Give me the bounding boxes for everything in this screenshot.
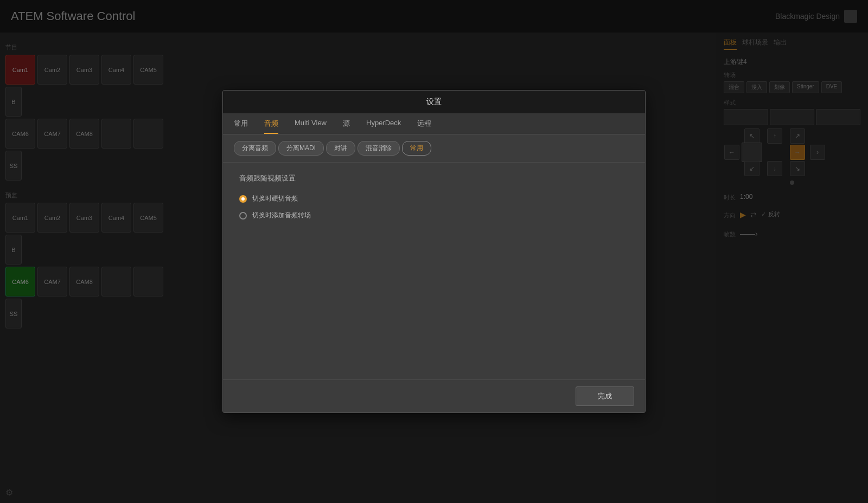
modal-tab-hyperdeck[interactable]: HyperDeck (366, 119, 401, 134)
radio-1-label: 切换时硬切音频 (252, 194, 298, 203)
modal-tabs: 常用 音频 Multi View 源 HyperDeck 远程 (223, 113, 645, 134)
modal-body: 音频跟随视频设置 切换时硬切音频 切换时添加音频转场 (223, 163, 645, 379)
modal-tab-source[interactable]: 源 (343, 119, 350, 134)
radio-2-circle[interactable] (239, 212, 247, 220)
modal-section-title: 音频跟随视频设置 (239, 173, 629, 183)
settings-modal: 设置 常用 音频 Multi View 源 HyperDeck 远程 分离音频 … (222, 90, 646, 413)
modal-tab-audio[interactable]: 音频 (264, 119, 278, 134)
sub-tab-split-audio[interactable]: 分离音频 (234, 141, 276, 156)
modal-header: 设置 (223, 91, 645, 113)
modal-sub-tabs: 分离音频 分离MADI 对讲 混音消除 常用 (223, 134, 645, 163)
radio-2-label: 切换时添加音频转场 (252, 211, 311, 220)
modal-footer: 完成 (223, 379, 645, 412)
done-button[interactable]: 完成 (576, 386, 634, 406)
sub-tab-intercom[interactable]: 对讲 (326, 141, 355, 156)
radio-option-1[interactable]: 切换时硬切音频 (239, 194, 629, 203)
sub-tab-mix-cancel[interactable]: 混音消除 (358, 141, 400, 156)
radio-option-2[interactable]: 切换时添加音频转场 (239, 211, 629, 220)
modal-title: 设置 (426, 97, 442, 106)
modal-tab-general[interactable]: 常用 (234, 119, 248, 134)
modal-overlay: 设置 常用 音频 Multi View 源 HyperDeck 远程 分离音频 … (0, 0, 868, 503)
radio-1-circle[interactable] (239, 195, 247, 203)
sub-tab-common[interactable]: 常用 (402, 141, 431, 156)
sub-tab-split-madi[interactable]: 分离MADI (278, 141, 324, 156)
modal-tab-remote[interactable]: 远程 (417, 119, 431, 134)
modal-tab-multiview[interactable]: Multi View (295, 119, 327, 134)
